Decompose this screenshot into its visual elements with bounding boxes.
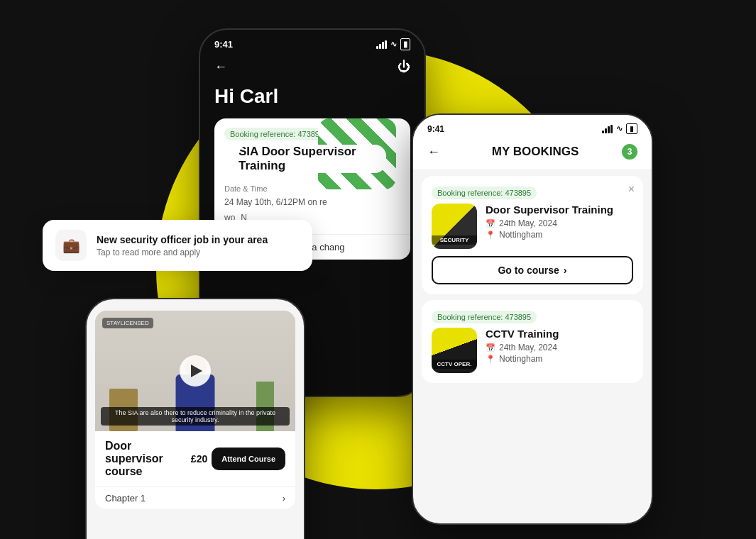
status-bar-back: 9:41 ∿ ▮ bbox=[200, 30, 424, 56]
go-to-course-arrow-icon: › bbox=[564, 265, 567, 276]
signal-icon-front bbox=[602, 125, 613, 133]
booking-ref-2: Booking reference: 473895 bbox=[432, 311, 537, 323]
notification-card[interactable]: 💼 New security officer job in your area … bbox=[43, 220, 312, 271]
video-watermark: STAYLICENSED bbox=[102, 318, 153, 328]
course-info: Door supervisor course £20 Attend Course bbox=[95, 431, 295, 487]
go-to-course-button[interactable]: Go to course › bbox=[432, 256, 633, 284]
video-thumbnail[interactable]: STAYLICENSED The SIA are also there to r… bbox=[95, 311, 295, 431]
booking-card-title-back: SIA Door Supervisor Training bbox=[239, 145, 386, 173]
phone-front: 9:41 ∿ ▮ ← MY BOOKINGS 3 × Booking refer… bbox=[412, 113, 653, 525]
battery-icon-front: ▮ bbox=[626, 123, 637, 134]
booking-1-thumbnail: SECURITY bbox=[432, 204, 477, 249]
chapter-arrow-icon: › bbox=[283, 493, 285, 504]
booking-1-location: Nottingham bbox=[499, 230, 542, 240]
notification-subtitle: Tap to read more and apply bbox=[97, 248, 268, 257]
phone-left: STAYLICENSED The SIA are also there to r… bbox=[85, 298, 305, 539]
power-icon[interactable]: ⏻ bbox=[398, 60, 410, 74]
video-card: STAYLICENSED The SIA are also there to r… bbox=[95, 311, 295, 509]
nav-icons-back: ← ⏻ bbox=[200, 56, 424, 82]
booking-2-date: 24th May, 2024 bbox=[499, 343, 557, 352]
status-bar-front: 9:41 ∿ ▮ bbox=[413, 115, 652, 138]
booking-item-2-header: CCTV OPER. CCTV Training 📅 24th May, 202… bbox=[432, 328, 633, 373]
signal-icon bbox=[376, 40, 387, 49]
back-arrow-front[interactable]: ← bbox=[427, 145, 449, 160]
location-icon-1: 📍 bbox=[486, 230, 495, 240]
booking-ref-badge-back: Booking reference: 473895 bbox=[224, 128, 329, 140]
time-back: 9:41 bbox=[214, 39, 233, 50]
notification-text: New security officer job in your area Ta… bbox=[97, 234, 268, 257]
booking-ref-1: Booking reference: 473895 bbox=[432, 187, 537, 199]
booking-2-date-row: 📅 24th May, 2024 bbox=[486, 343, 633, 352]
header-divider bbox=[413, 170, 652, 170]
wifi-icon: ∿ bbox=[390, 40, 397, 49]
chapter-label: Chapter 1 bbox=[105, 493, 146, 504]
time-front: 9:41 bbox=[427, 124, 444, 134]
booking-item-1-header: SECURITY Door Supervisor Training 📅 24th… bbox=[432, 204, 633, 249]
thumb-label-1: SECURITY bbox=[432, 235, 477, 245]
course-title: Door supervisor course bbox=[105, 440, 191, 478]
calendar-icon-2: 📅 bbox=[486, 343, 495, 352]
attend-course-button[interactable]: Attend Course bbox=[212, 448, 285, 470]
booking-1-date: 24th May, 2024 bbox=[499, 218, 557, 228]
booking-2-title: CCTV Training bbox=[486, 328, 633, 340]
calendar-icon-1: 📅 bbox=[486, 219, 495, 228]
notification-icon: 💼 bbox=[55, 230, 87, 261]
booking-1-info: Door Supervisor Training 📅 24th May, 202… bbox=[486, 204, 633, 241]
battery-icon: ▮ bbox=[400, 38, 410, 50]
wifi-icon-front: ∿ bbox=[616, 124, 623, 133]
greeting-text: Hi Carl bbox=[200, 82, 424, 118]
chapter-row[interactable]: Chapter 1 › bbox=[95, 487, 295, 509]
booking-2-location-row: 📍 Nottingham bbox=[486, 354, 633, 364]
thumb-label-2: CCTV OPER. bbox=[432, 360, 477, 369]
price-tag: £20 bbox=[191, 453, 207, 465]
booking-1-title: Door Supervisor Training bbox=[486, 204, 633, 216]
booking-2-thumbnail: CCTV OPER. bbox=[432, 328, 477, 373]
play-button[interactable] bbox=[180, 355, 211, 387]
bookings-count-badge: 3 bbox=[622, 144, 637, 160]
notification-title: New security officer job in your area bbox=[97, 234, 268, 245]
booking-2-info: CCTV Training 📅 24th May, 2024 📍 Notting… bbox=[486, 328, 633, 365]
my-bookings-title: MY BOOKINGS bbox=[449, 145, 622, 159]
location-icon-2: 📍 bbox=[486, 355, 495, 364]
booking-2-location: Nottingham bbox=[499, 354, 542, 364]
header-bar: ← MY BOOKINGS 3 bbox=[413, 138, 652, 170]
date-value: 24 May 10th, 6/12PM on re bbox=[214, 194, 410, 210]
booking-item-1[interactable]: × Booking reference: 473895 SECURITY Doo… bbox=[422, 176, 643, 294]
booking-item-2[interactable]: Booking reference: 473895 CCTV OPER. CCT… bbox=[422, 300, 643, 383]
booking-1-date-row: 📅 24th May, 2024 bbox=[486, 218, 633, 228]
close-booking-1-button[interactable]: × bbox=[628, 183, 635, 196]
go-to-course-label: Go to course bbox=[498, 265, 559, 276]
video-subtitle: The SIA are also there to reduce crimina… bbox=[101, 407, 290, 426]
back-arrow-icon[interactable]: ← bbox=[214, 60, 227, 74]
booking-1-location-row: 📍 Nottingham bbox=[486, 230, 633, 240]
